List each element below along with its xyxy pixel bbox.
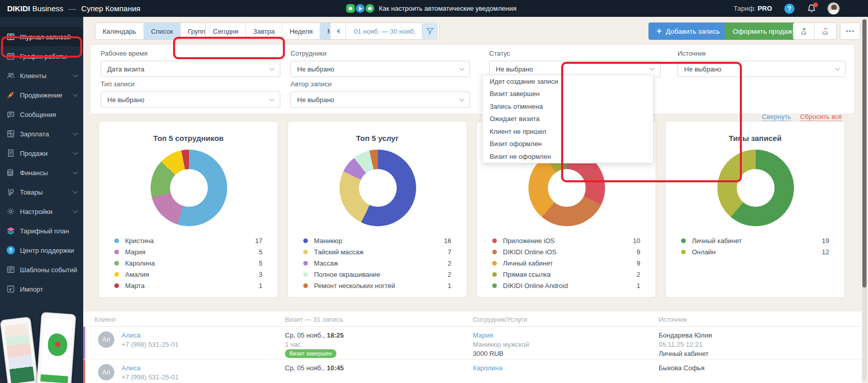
app-phones-illustration [0, 309, 83, 383]
record-author-select[interactable]: Не выбрано [291, 91, 470, 108]
source-author: Быкова Софья [659, 364, 705, 372]
column-header-source: Источник [659, 316, 687, 323]
top-header-bar: DIKIDI Business—Супер Компания Как настр… [0, 0, 868, 17]
collapse-filters-link[interactable]: Свернуть [762, 113, 791, 121]
table-row[interactable]: Ал Алиса +7 (998) 531-25-01 Ср, 05 нояб.… [83, 327, 862, 360]
cash-in-button[interactable] [793, 23, 815, 39]
filter-staff: Сотрудники Не выбрано [291, 50, 470, 77]
sidebar-item-event-templates[interactable]: Шаблоны событий [0, 260, 83, 279]
client-phone: +7 (998) 531-25-01 [122, 340, 179, 349]
client-phone: +7 (998) 531-25-01 [122, 373, 179, 381]
filter-status: Статус Не выбрано [489, 50, 661, 77]
legend-item: Массаж2 [303, 257, 451, 269]
date-range-value[interactable]: 01 нояб. — 30 нояб. [346, 23, 424, 39]
sidebar-item-label: Финансы [20, 169, 48, 177]
reset-filters-link[interactable]: Сбросить всё [800, 113, 842, 121]
sidebar-item-support[interactable]: ? Центр поддержки [0, 241, 83, 260]
sidebar-item-label: Товары [20, 188, 43, 196]
make-sale-button[interactable]: Оформить продажу [725, 22, 804, 40]
column-header-visit: Визит — 31 запись [285, 316, 343, 323]
chat-icon [6, 110, 15, 119]
messenger-icon [366, 4, 374, 13]
staff-select[interactable]: Не выбрано [291, 61, 470, 77]
legend-item: Тайский массаж7 [303, 246, 451, 257]
scrollbar-thumb[interactable] [862, 19, 866, 288]
client-cell: Алиса +7 (998) 531-25-01 [122, 360, 179, 381]
settings-gear-icon [6, 207, 15, 216]
sidebar-item-journal[interactable]: Журнал записей [0, 27, 83, 46]
prev-period-arrow[interactable] [330, 23, 346, 39]
work-time-select[interactable]: Дата визита [101, 61, 280, 77]
chevron-down-icon [73, 170, 78, 175]
staff-name-link[interactable]: Мария [473, 331, 493, 339]
status-option[interactable]: Визит завершен [483, 88, 653, 101]
chart-title: Топ 5 сотрудников [99, 134, 278, 143]
status-option[interactable]: Клиент не пришел [483, 125, 653, 138]
sidebar-item-promotion[interactable]: Продвижение [0, 85, 83, 105]
user-avatar[interactable] [827, 2, 840, 15]
visit-duration: 1 час [285, 340, 344, 349]
filter-label: Тип записи [101, 80, 280, 88]
sidebar-item-label: Продажи [20, 150, 47, 157]
status-option[interactable]: Запись отменена [483, 100, 653, 113]
donut-chart-record-types [717, 150, 794, 226]
table-row[interactable]: Ал Алиса +7 (998) 531-25-01 Ср, 05 нояб.… [83, 360, 862, 383]
chevron-down-icon [73, 208, 78, 213]
promo-text: Как настроить автоматические уведомления [379, 5, 517, 12]
help-icon[interactable]: ? [784, 4, 794, 14]
sidebar-item-label: Зарплата [20, 130, 49, 138]
add-record-button[interactable]: + Добавить запись [648, 22, 728, 40]
donut-chart-top-services [340, 150, 416, 226]
chart-card-record-types: Типы записей Личный кабинет19 Онлайн12 [665, 121, 845, 298]
top-right-controls: Тариф: PRO ? [734, 0, 817, 17]
sidebar-item-tariff-plan[interactable]: Тарифный план [0, 221, 83, 241]
tab-today[interactable]: Сегодня [206, 23, 246, 39]
sidebar-item-clients[interactable]: Клиенты [0, 66, 83, 85]
sidebar-item-label: Клиенты [20, 72, 46, 80]
status-option[interactable]: Визит не оформлен [483, 150, 653, 163]
funnel-icon [426, 27, 434, 35]
sidebar-item-messages[interactable]: Сообщения [0, 105, 83, 124]
legend-item: Мария5 [114, 246, 262, 257]
chevron-down-icon [835, 66, 840, 71]
sidebar-item-sales[interactable]: Продажи [0, 143, 83, 163]
chart-card-top-staff: Топ 5 сотрудников Кристина17 Мария5 Каро… [99, 121, 278, 298]
client-name-link[interactable]: Алиса [122, 331, 140, 339]
source-channel: Личный кабинет [659, 349, 712, 358]
status-option[interactable]: Визит оформлен [483, 138, 653, 151]
vertical-scrollbar[interactable] [862, 18, 867, 381]
sidebar-item-import[interactable]: Импорт [0, 279, 83, 299]
brand-bold: DIKIDI [7, 4, 30, 13]
tab-calendar[interactable]: Календарь [95, 23, 144, 39]
status-option[interactable]: Ожидает визита [483, 113, 653, 126]
record-type-select[interactable]: Не выбрано [101, 91, 280, 108]
staff-name-link[interactable]: Каролина [473, 364, 502, 372]
sidebar-item-salary[interactable]: Зарплата [0, 124, 83, 143]
legend-item: Личный кабинет19 [681, 235, 829, 246]
tab-week[interactable]: Неделя [282, 23, 320, 39]
sidebar-item-goods[interactable]: Товары [0, 182, 83, 202]
source-select[interactable]: Не выбрано [678, 61, 846, 77]
tab-list[interactable]: Список [144, 23, 181, 39]
sidebar-item-label: Сообщения [20, 111, 56, 118]
records-table: Клиент Визит — 31 запись Сотрудник/Услуг… [83, 312, 862, 383]
cash-out-button[interactable] [815, 23, 836, 39]
visit-cell: Ср, 05 нояб.,10:45 [285, 360, 344, 372]
telegram-icon [356, 4, 365, 13]
more-actions-button[interactable]: ••• [840, 22, 860, 40]
tab-tomorrow[interactable]: Завтра [246, 23, 282, 39]
status-option[interactable]: Идет создание записи [483, 75, 653, 88]
promo-banner[interactable]: Как настроить автоматические уведомления [346, 0, 517, 17]
sidebar-item-settings[interactable]: Настройки [0, 202, 83, 221]
legend-item: Ремонт нескольких ногтей1 [303, 280, 451, 291]
sidebar-item-finance[interactable]: Финансы [0, 163, 83, 182]
client-cell: Алиса +7 (998) 531-25-01 [122, 327, 179, 349]
filter-funnel-button[interactable] [422, 23, 438, 39]
notifications-bell-icon[interactable] [807, 4, 817, 14]
sidebar-item-schedule[interactable]: График работы [0, 46, 83, 66]
filter-source: Источник Не выбрано [678, 50, 846, 77]
legend-item: Амалия3 [114, 269, 262, 280]
filter-label: Рабочее время [101, 50, 280, 57]
client-name-link[interactable]: Алиса [122, 364, 140, 372]
coins-minus-icon [821, 27, 830, 36]
